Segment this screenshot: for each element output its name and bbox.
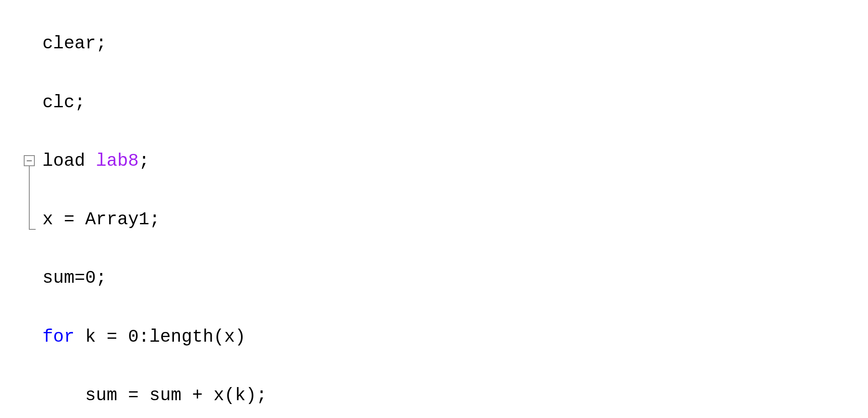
minus-icon: − — [26, 156, 32, 166]
fold-bracket-line — [29, 166, 30, 230]
code-editor[interactable]: − clear; clc; load lab8; x = Array1; sum… — [0, 0, 868, 418]
code-line[interactable]: for k = 0:length(x) — [42, 323, 868, 352]
fold-bracket-end — [29, 229, 36, 230]
code-token: load — [42, 151, 85, 171]
code-line[interactable]: x = Array1; — [42, 205, 868, 234]
code-line[interactable]: load lab8; — [42, 147, 868, 176]
code-token: sum = sum + x(k); — [42, 385, 267, 406]
code-token: ; — [75, 92, 85, 113]
code-line[interactable]: sum=0; — [42, 264, 868, 293]
fold-toggle-icon[interactable]: − — [24, 155, 35, 166]
code-token: clear — [42, 33, 96, 54]
fold-gutter: − — [0, 0, 42, 418]
code-line[interactable]: clear; — [42, 29, 868, 59]
code-token: ; — [96, 33, 106, 54]
code-token: lab8 — [96, 151, 139, 171]
code-token: k = 0:length(x) — [75, 327, 246, 347]
keyword-for: for — [42, 327, 75, 347]
code-token — [85, 151, 96, 171]
code-token: sum=0; — [42, 268, 106, 288]
code-line[interactable]: clc; — [42, 88, 868, 117]
code-area[interactable]: clear; clc; load lab8; x = Array1; sum=0… — [42, 0, 868, 418]
code-token: x = Array1; — [42, 209, 160, 230]
code-token: clc — [42, 92, 75, 113]
code-token: ; — [139, 151, 149, 171]
code-line[interactable]: sum = sum + x(k); — [42, 381, 868, 410]
